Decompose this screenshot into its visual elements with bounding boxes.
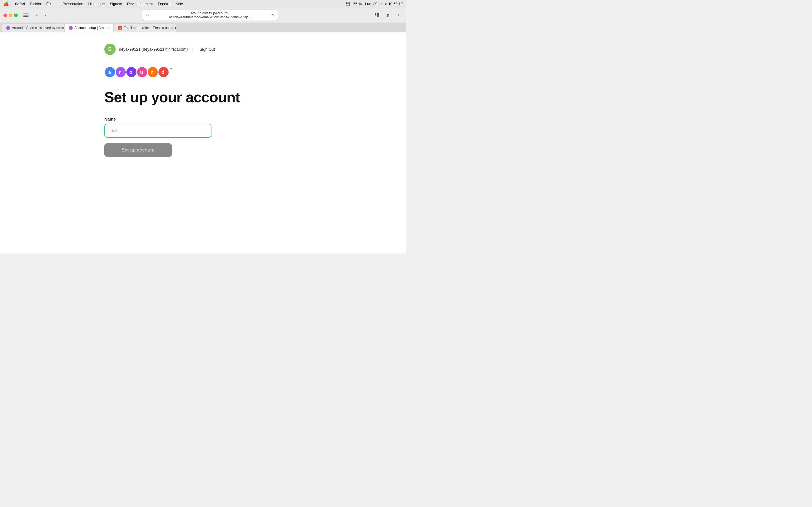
tab-label-account-setup: Account setup | Around [74,26,109,30]
menu-bar-right: 💾 55 % Lun. 30 mai à 10:59:19 [345,2,403,6]
tab-favicon-around [6,26,10,30]
user-display-name: deyax99521 (deyax99521@nifect.com) [119,47,188,52]
svg-rect-3 [375,13,376,14]
battery-status: 55 % [353,2,362,6]
share-button[interactable]: ⬆ [384,11,392,19]
sign-out-link[interactable]: Sign Out [200,47,215,52]
safari-toolbar: ‹ › 🛡 around.co/setupAccount?action=&aut… [0,8,406,22]
tab-label-around-home: Around | Video calls loved by extraordin… [12,26,64,30]
menu-fichier[interactable]: Fichier [30,2,41,6]
close-button[interactable] [3,13,7,17]
shield-icon: 🛡 [146,13,149,17]
menu-aide[interactable]: Aide [175,2,183,6]
svg-text:d: d [161,69,164,75]
page-heading: Set up your account [104,89,302,105]
url-text: around.co/setupAccount?action=&authMetho… [151,11,269,19]
clock: Lun. 30 mai à 10:59:19 [365,2,403,6]
fullscreen-button[interactable] [14,13,18,17]
menu-developpement[interactable]: Développement [127,2,153,6]
apple-menu-icon[interactable]: 🍎 [3,1,9,6]
separator: | [192,47,193,52]
svg-text:™: ™ [170,67,172,70]
tab-account-setup[interactable]: Account setup | Around [65,24,113,32]
toolbar-right: ⬆ + [373,11,403,19]
back-button[interactable]: ‹ [33,11,41,19]
page-inner: D deyax99521 (deyax99521@nifect.com) | S… [96,33,310,168]
traffic-lights [3,13,18,17]
page-content: D deyax99521 (deyax99521@nifect.com) | S… [0,33,406,253]
sidebar-toggle-button[interactable] [21,12,31,18]
name-label: Name [104,117,302,121]
svg-rect-0 [23,13,29,14]
address-bar[interactable]: 🛡 around.co/setupAccount?action=&authMet… [142,10,278,20]
avatar: D [104,44,116,55]
tab-favicon-account-setup [69,26,73,30]
battery-hdd-icon: 💾 [345,2,350,6]
svg-rect-2 [23,16,29,17]
reader-view-button[interactable] [373,11,381,19]
svg-text:r: r [119,69,121,75]
menu-historique[interactable]: Historique [88,2,105,6]
menu-bar: 🍎 Safari Fichier Édition Présentation Hi… [0,0,406,8]
minimize-button[interactable] [9,13,12,17]
nav-arrows: ‹ › [33,11,49,19]
menu-presentation[interactable]: Présentation [63,2,83,6]
svg-text:o: o [130,69,132,75]
user-header: D deyax99521 (deyax99521@nifect.com) | S… [104,44,302,55]
tab-label-temp-email: Email temporaire – Email à usage unique … [123,26,176,30]
tab-favicon-temp-email: ts [118,26,122,30]
svg-rect-5 [375,15,376,16]
svg-text:n: n [151,69,153,75]
forward-button[interactable]: › [42,11,49,19]
reload-icon[interactable]: ↻ [271,13,274,17]
menu-signets[interactable]: Signets [110,2,122,6]
setup-account-button[interactable]: Set up account [104,144,172,157]
svg-rect-4 [375,14,376,15]
account-setup-form: Name Set up account [104,117,302,157]
tab-around-home[interactable]: Around | Video calls loved by extraordin… [2,24,64,32]
menu-safari[interactable]: Safari [15,2,25,6]
svg-text:u: u [140,69,143,75]
address-bar-container: 🛡 around.co/setupAccount?action=&authMet… [52,10,368,20]
new-tab-button[interactable]: + [394,11,403,19]
safari-chrome: ‹ › 🛡 around.co/setupAccount?action=&aut… [0,8,406,33]
menu-fenetre[interactable]: Fenêtre [158,2,170,6]
tabs-bar: Around | Video calls loved by extraordin… [0,22,406,32]
svg-rect-6 [377,13,379,17]
menu-edition[interactable]: Édition [46,2,57,6]
tab-temp-email[interactable]: ts Email temporaire – Email à usage uniq… [114,24,176,32]
around-logo: a r o u n d ™ [104,65,302,80]
svg-text:a: a [108,69,111,75]
svg-rect-1 [23,15,29,15]
name-input[interactable] [104,124,211,138]
